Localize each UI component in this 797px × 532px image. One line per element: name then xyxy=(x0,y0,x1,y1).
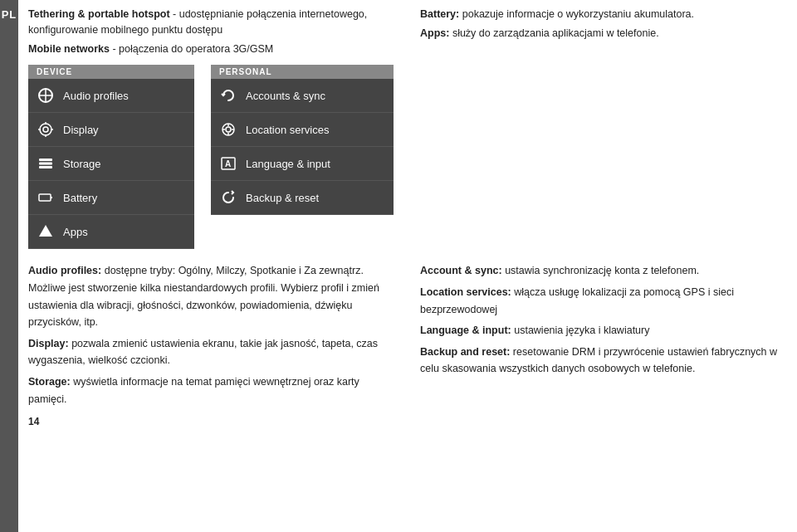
apps-rest: służy do zarządzania aplikacjami w telef… xyxy=(449,27,658,39)
bottom-right-text: Account & sync: ustawia synchronizację k… xyxy=(420,262,787,431)
device-battery[interactable]: Battery xyxy=(28,181,194,215)
svg-rect-13 xyxy=(51,197,52,198)
language-input-icon: A xyxy=(219,154,237,173)
accounts-sync-icon xyxy=(219,86,237,105)
svg-marker-14 xyxy=(39,225,52,237)
audio-profiles-desc-bold: Audio profiles: xyxy=(28,265,101,276)
mobile-networks-bold: Mobile networks xyxy=(28,43,110,55)
location-services-icon xyxy=(219,120,237,139)
storage-icon xyxy=(37,154,55,173)
personal-location-services[interactable]: Location services xyxy=(211,113,394,147)
bottom-section: Audio profiles: dostępne tryby: Ogólny, … xyxy=(18,256,797,437)
display-desc-bold: Display: xyxy=(28,338,69,349)
svg-point-4 xyxy=(43,127,48,132)
top-section: Tethering & portable hotspot - udostępni… xyxy=(18,0,797,61)
storage-desc-bold: Storage: xyxy=(28,376,71,388)
storage-label: Storage xyxy=(63,158,101,170)
top-right-text: Battery: pokazuje informacje o wykorzyst… xyxy=(420,7,787,56)
battery-icon xyxy=(37,188,55,207)
device-panel-header: DEVICE xyxy=(28,65,194,79)
battery-bold: Battery: xyxy=(420,8,459,20)
svg-rect-11 xyxy=(39,166,52,168)
apps-bold: Apps: xyxy=(420,27,449,39)
apps-label: Apps xyxy=(63,226,88,238)
personal-backup-reset[interactable]: Backup & reset xyxy=(211,181,394,215)
top-left-text: Tethering & portable hotspot - udostępni… xyxy=(28,7,395,56)
backup-reset-icon xyxy=(219,188,237,207)
language-input-desc: ustawienia języka i klawiatury xyxy=(514,325,649,336)
main-content: Tethering & portable hotspot - udostępni… xyxy=(18,0,797,532)
tethering-bold: Tethering & portable hotspot xyxy=(28,8,170,20)
svg-point-3 xyxy=(40,124,51,135)
bottom-left-text: Audio profiles: dostępne tryby: Ogólny, … xyxy=(28,262,395,431)
display-icon xyxy=(37,120,55,139)
audio-profiles-icon xyxy=(37,86,55,105)
svg-rect-12 xyxy=(39,194,51,201)
pl-label: PL xyxy=(2,8,17,21)
panels-area: DEVICE Audio profiles xyxy=(18,61,797,252)
backup-reset-label: Backup & reset xyxy=(246,192,319,204)
page-number: 14 xyxy=(28,414,395,431)
pl-sidebar: PL xyxy=(0,0,18,532)
display-desc: pozwala zmienić ustawienia ekranu, takie… xyxy=(28,338,378,367)
accounts-sync-label: Accounts & sync xyxy=(246,90,325,102)
location-services-desc-bold: Location services: xyxy=(420,286,511,298)
language-input-desc-bold: Language & input: xyxy=(420,325,511,336)
svg-text:A: A xyxy=(225,159,231,168)
personal-language-input[interactable]: A Language & input xyxy=(211,147,394,181)
backup-reset-desc-bold: Backup and reset: xyxy=(420,346,510,358)
location-services-label: Location services xyxy=(246,124,329,136)
personal-panel-header: PERSONAL xyxy=(211,65,394,79)
svg-rect-9 xyxy=(39,159,52,161)
battery-label: Battery xyxy=(63,192,97,204)
account-sync-desc: ustawia synchronizację konta z telefonem… xyxy=(505,265,699,276)
language-input-label: Language & input xyxy=(246,158,330,170)
device-audio-profiles[interactable]: Audio profiles xyxy=(28,79,194,113)
svg-point-16 xyxy=(226,127,231,132)
display-label: Display xyxy=(63,124,99,136)
storage-desc: wyświetla informacje na temat pamięci we… xyxy=(28,376,359,405)
device-panel: DEVICE Audio profiles xyxy=(28,65,194,249)
device-display[interactable]: Display xyxy=(28,113,194,147)
svg-rect-10 xyxy=(39,163,52,165)
apps-icon xyxy=(37,222,55,241)
personal-accounts-sync[interactable]: Accounts & sync xyxy=(211,79,394,113)
mobile-networks-rest: - połączenia do operatora 3G/GSM xyxy=(110,43,273,55)
device-apps[interactable]: Apps xyxy=(28,215,194,249)
device-storage[interactable]: Storage xyxy=(28,147,194,181)
audio-profiles-label: Audio profiles xyxy=(63,90,129,102)
personal-panel: PERSONAL Accounts & sync xyxy=(211,65,394,249)
account-sync-desc-bold: Account & sync: xyxy=(420,265,502,276)
battery-rest: pokazuje informacje o wykorzystaniu akum… xyxy=(459,8,694,20)
